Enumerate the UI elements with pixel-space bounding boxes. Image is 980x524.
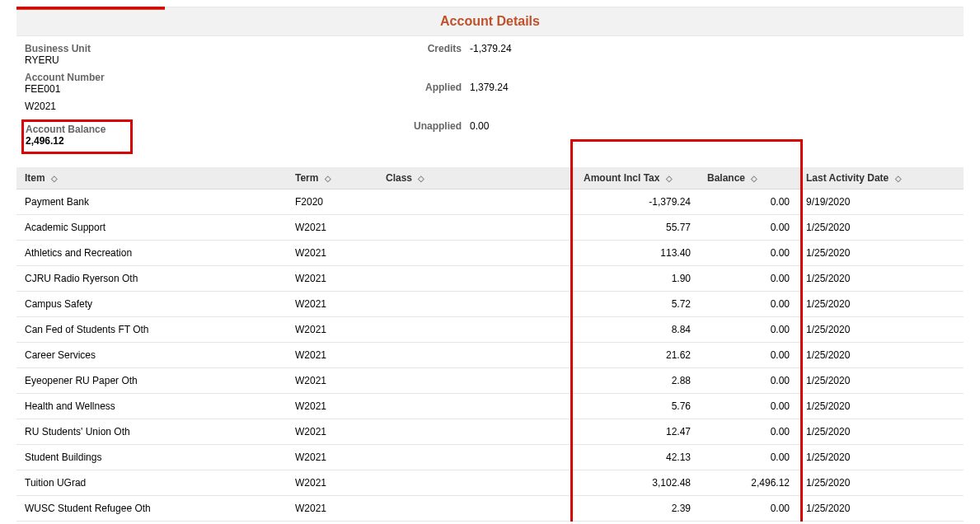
col-header-amount[interactable]: Amount Incl Tax ◇ <box>575 167 699 189</box>
credits-value: -1,379.24 <box>470 43 536 78</box>
table-row[interactable]: Student BuildingsW202142.130.001/25/2020 <box>16 445 964 470</box>
col-header-balance[interactable]: Balance ◇ <box>699 167 798 189</box>
cell-date: 1/25/2020 <box>798 394 964 419</box>
col-header-term[interactable]: Term ◇ <box>287 167 377 189</box>
account-info-left: Business Unit RYERU Account Number FEE00… <box>25 43 404 156</box>
cell-term: W2021 <box>287 215 377 241</box>
unapplied-value: 0.00 <box>470 120 536 156</box>
cell-item: Eyeopener RU Paper Oth <box>16 368 287 394</box>
col-header-balance-label: Balance <box>707 172 745 184</box>
title-bar: Account Details <box>16 7 964 36</box>
term-value: W2021 <box>25 101 404 112</box>
cell-amount: 12.47 <box>575 419 699 445</box>
table-row[interactable]: Athletics and RecreationW2021113.400.001… <box>16 241 964 266</box>
cell-date: 1/25/2020 <box>798 317 964 343</box>
cell-balance: 0.00 <box>699 368 798 394</box>
page-title: Account Details <box>16 14 964 29</box>
cell-term: W2021 <box>287 445 377 470</box>
business-unit-value: RYERU <box>25 54 404 66</box>
table-row[interactable]: Campus SafetyW20215.720.001/25/2020 <box>16 292 964 317</box>
col-header-item[interactable]: Item ◇ <box>16 167 287 189</box>
sort-icon: ◇ <box>666 174 673 183</box>
table-row[interactable]: WUSC Student Refugee OthW20212.390.001/2… <box>16 496 964 522</box>
table-row[interactable]: RU Students' Union OthW202112.470.001/25… <box>16 419 964 445</box>
cell-class <box>377 292 575 317</box>
table-row[interactable]: Can Fed of Students FT OthW20218.840.001… <box>16 317 964 343</box>
sort-icon: ◇ <box>325 174 331 183</box>
credits-label: Credits <box>404 43 462 78</box>
unapplied-label: Unapplied <box>404 120 462 156</box>
cell-date: 1/25/2020 <box>798 419 964 445</box>
table-row[interactable]: Eyeopener RU Paper OthW20212.880.001/25/… <box>16 368 964 394</box>
col-header-class-label: Class <box>386 172 412 184</box>
cell-class <box>377 496 575 522</box>
cell-balance: 0.00 <box>699 394 798 419</box>
cell-term: W2021 <box>287 496 377 522</box>
cell-balance: 0.00 <box>699 317 798 343</box>
account-info-section: Business Unit RYERU Account Number FEE00… <box>16 36 964 156</box>
table-row[interactable]: Academic SupportW202155.770.001/25/2020 <box>16 215 964 241</box>
page: Account Details Business Unit RYERU Acco… <box>0 7 980 522</box>
sort-icon: ◇ <box>895 174 902 183</box>
cell-class <box>377 343 575 368</box>
account-balance-highlight: Account Balance 2,496.12 <box>21 119 133 154</box>
cell-class <box>377 317 575 343</box>
table-row[interactable]: Tuition UGradW20213,102.482,496.121/25/2… <box>16 470 964 496</box>
cell-balance: 0.00 <box>699 343 798 368</box>
table-row[interactable]: Career ServicesW202121.620.001/25/2020 <box>16 343 964 368</box>
cell-term: W2021 <box>287 419 377 445</box>
col-header-date[interactable]: Last Activity Date ◇ <box>798 167 964 189</box>
col-header-item-label: Item <box>25 172 45 184</box>
cell-date: 9/19/2020 <box>798 189 964 215</box>
col-header-class[interactable]: Class ◇ <box>377 167 575 189</box>
cell-term: W2021 <box>287 317 377 343</box>
cell-term: W2021 <box>287 343 377 368</box>
orange-top-accent <box>16 9 165 10</box>
sort-icon: ◇ <box>751 174 757 183</box>
cell-amount: 1.90 <box>575 266 699 292</box>
cell-item: Athletics and Recreation <box>16 241 287 266</box>
table-row[interactable]: CJRU Radio Ryerson OthW20211.900.001/25/… <box>16 266 964 292</box>
cell-item: RU Students' Union Oth <box>16 419 287 445</box>
cell-balance: 0.00 <box>699 419 798 445</box>
cell-item: Tuition UGrad <box>16 470 287 496</box>
cell-amount: 42.13 <box>575 445 699 470</box>
cell-class <box>377 241 575 266</box>
cell-balance: 0.00 <box>699 189 798 215</box>
cell-balance: 0.00 <box>699 266 798 292</box>
cell-amount: 8.84 <box>575 317 699 343</box>
table-header-row: Item ◇ Term ◇ Class ◇ Amount Incl Tax ◇ <box>16 167 964 189</box>
cell-amount: -1,379.24 <box>575 189 699 215</box>
cell-balance: 0.00 <box>699 241 798 266</box>
cell-amount: 113.40 <box>575 241 699 266</box>
cell-date: 1/25/2020 <box>798 215 964 241</box>
sort-icon: ◇ <box>418 174 424 183</box>
transactions-table: Item ◇ Term ◇ Class ◇ Amount Incl Tax ◇ <box>16 167 964 522</box>
cell-balance: 0.00 <box>699 215 798 241</box>
account-number-label: Account Number <box>25 72 404 83</box>
account-balance-value: 2,496.12 <box>26 135 106 147</box>
cell-balance: 0.00 <box>699 445 798 470</box>
cell-amount: 3,102.48 <box>575 470 699 496</box>
cell-class <box>377 470 575 496</box>
cell-term: W2021 <box>287 394 377 419</box>
table-row[interactable]: Health and WellnessW20215.760.001/25/202… <box>16 394 964 419</box>
cell-class <box>377 419 575 445</box>
col-header-amount-label: Amount Incl Tax <box>584 172 659 184</box>
cell-term: W2021 <box>287 266 377 292</box>
cell-item: WUSC Student Refugee Oth <box>16 496 287 522</box>
account-balance-label: Account Balance <box>26 124 106 135</box>
cell-item: Campus Safety <box>16 292 287 317</box>
cell-item: Payment Bank <box>16 189 287 215</box>
cell-item: Health and Wellness <box>16 394 287 419</box>
cell-class <box>377 445 575 470</box>
col-header-date-label: Last Activity Date <box>806 172 889 184</box>
cell-date: 1/25/2020 <box>798 445 964 470</box>
cell-item: Career Services <box>16 343 287 368</box>
cell-class <box>377 368 575 394</box>
cell-balance: 0.00 <box>699 496 798 522</box>
table-row[interactable]: Payment BankF2020-1,379.240.009/19/2020 <box>16 189 964 215</box>
account-number-value: FEE001 <box>25 83 404 95</box>
cell-balance: 0.00 <box>699 292 798 317</box>
cell-amount: 2.88 <box>575 368 699 394</box>
